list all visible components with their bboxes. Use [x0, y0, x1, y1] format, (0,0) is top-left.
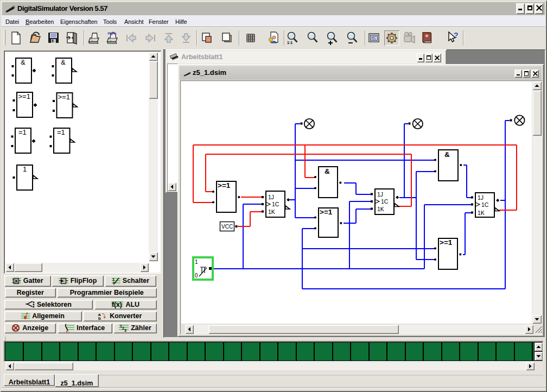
svg-text:X: X — [15, 279, 18, 284]
svg-text:&: & — [325, 167, 330, 175]
svg-text:1: 1 — [112, 277, 115, 281]
svg-text:&: & — [444, 150, 450, 159]
svg-text:1C: 1C — [381, 198, 389, 205]
svg-text:&: & — [61, 58, 66, 66]
svg-text:1: 1 — [23, 165, 27, 173]
svg-text:1K: 1K — [478, 210, 485, 216]
svg-text:0: 0 — [195, 273, 198, 279]
svg-text:1K: 1K — [268, 208, 275, 215]
svg-text:1:1: 1:1 — [287, 41, 292, 45]
svg-text:1K: 1K — [377, 206, 384, 212]
svg-text:=1: =1 — [18, 128, 27, 136]
svg-text:>=1: >=1 — [320, 208, 333, 216]
svg-text:>=1: >=1 — [18, 92, 30, 100]
svg-text:f(x): f(x) — [112, 301, 122, 308]
svg-text:&: & — [21, 58, 26, 66]
svg-text:VCC: VCC — [221, 224, 233, 230]
svg-text:1: 1 — [195, 259, 198, 265]
svg-text:1J: 1J — [478, 194, 484, 201]
svg-text:1J: 1J — [268, 194, 274, 200]
svg-text:>=1: >=1 — [440, 238, 453, 246]
svg-text:3: 3 — [124, 328, 126, 332]
svg-text:b: b — [98, 316, 101, 320]
svg-text:?: ? — [454, 31, 459, 40]
svg-text:>=1: >=1 — [58, 93, 70, 101]
svg-text:1C: 1C — [272, 201, 279, 207]
svg-text:=1: =1 — [57, 128, 65, 136]
svg-text:1C: 1C — [481, 201, 489, 208]
svg-text:1J: 1J — [377, 191, 383, 198]
svg-text:>=1: >=1 — [218, 181, 231, 189]
